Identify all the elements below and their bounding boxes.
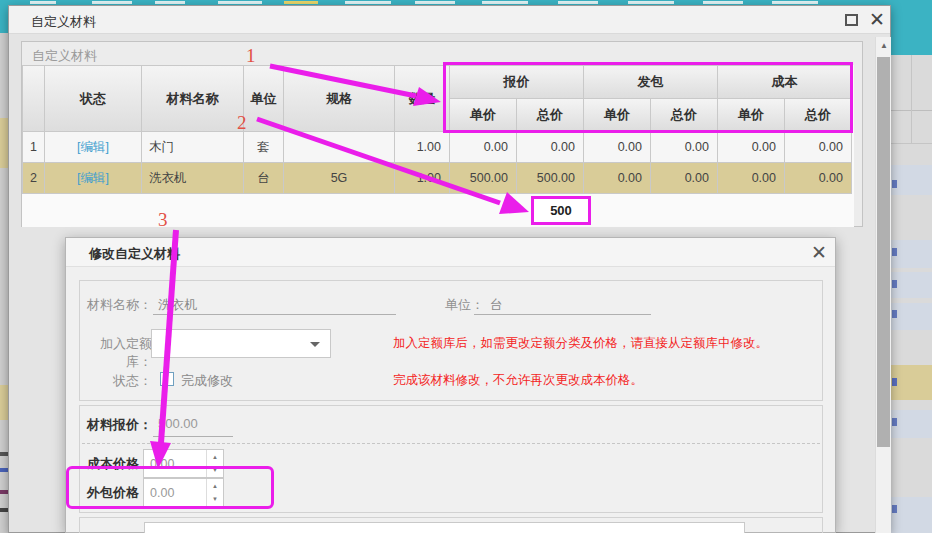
cell-quote-total: 500.00: [517, 163, 584, 194]
cell-status: [编辑]: [45, 132, 142, 163]
header-contract-total: 总价: [651, 99, 718, 132]
toolbar-fragment: [703, 1, 743, 4]
status-label: 状态：: [76, 372, 152, 390]
cell-spec: 5G: [284, 163, 395, 194]
cell-contract-unitprice: 0.00: [584, 163, 651, 194]
table-header: 状态 材料名称 单位 规格 数量 报价 单价 总价 发包: [23, 66, 852, 132]
header-name: 材料名称: [142, 66, 244, 132]
toolbar-fragment: [345, 1, 391, 4]
groupbox-label: 自定义材料: [32, 47, 97, 65]
table-row[interactable]: 1 [编辑] 木门 套 1.00 0.00 0.00 0.00 0.00 0.0…: [23, 132, 852, 163]
header-contract-unitprice: 单价: [584, 99, 651, 132]
header-unit: 单位: [244, 66, 284, 132]
dialog-titlebar[interactable]: 修改自定义材料: [66, 238, 835, 267]
header-quote-total: 总价: [517, 99, 584, 132]
material-name-input-underline[interactable]: [153, 314, 396, 315]
toolbar-fragment: [772, 1, 818, 4]
quota-hint: 加入定额库后，如需更改定额分类及价格，请直接从定额库中修改。: [393, 335, 768, 352]
quota-combobox[interactable]: [151, 329, 331, 358]
header-quote-unitprice: 单价: [450, 99, 517, 132]
background-left-strip: [0, 0, 8, 533]
header-contract: 发包: [584, 66, 718, 99]
cell-cost-unitprice: 0.00: [718, 163, 785, 194]
edit-link[interactable]: [编辑]: [77, 139, 109, 156]
spin-up-icon[interactable]: ▲: [207, 450, 223, 464]
edit-link[interactable]: [编辑]: [77, 170, 109, 187]
cell-contract-total: 0.00: [651, 163, 718, 194]
screen: 自定义材料 ✕ 自定义材料 状态 材料名称 单位 规格 数量 报价: [0, 0, 932, 533]
scroll-up-icon[interactable]: ▲: [876, 37, 892, 53]
header-group-cost: 成本 单价 总价: [718, 66, 852, 132]
material-name-label: 材料名称：: [86, 296, 152, 314]
vertical-scrollbar[interactable]: ▲: [875, 37, 891, 533]
spin-down-icon[interactable]: ▼: [207, 493, 223, 507]
cell-contract-total: 0.00: [651, 132, 718, 163]
header-cost-total: 总价: [785, 99, 852, 132]
outsource-price-value[interactable]: 0.00: [150, 486, 174, 500]
close-icon[interactable]: ✕: [869, 9, 885, 31]
toolbar-fragment: [30, 1, 56, 4]
toolbar-fragment: [92, 1, 132, 4]
scrollbar-thumb[interactable]: [877, 57, 890, 447]
done-checkbox[interactable]: [160, 372, 174, 386]
close-icon[interactable]: ✕: [811, 241, 827, 264]
cell-unit: 套: [244, 132, 284, 163]
cell-rownum: 1: [23, 132, 45, 163]
dialog-title: 修改自定义材料: [89, 245, 180, 263]
header-cost: 成本: [718, 66, 852, 99]
cell-name: 洗衣机: [142, 163, 244, 194]
cell-cost-total: 0.00: [785, 163, 852, 194]
header-cost-unitprice: 单价: [718, 99, 785, 132]
maximize-icon[interactable]: [845, 14, 858, 26]
status-hint: 完成该材料修改，不允许再次更改成本价格。: [393, 372, 643, 389]
unit-input-underline[interactable]: [474, 314, 651, 315]
spin-up-icon[interactable]: ▲: [207, 479, 223, 493]
toolbar-fragment: [628, 1, 674, 4]
cell-spec: [284, 132, 395, 163]
dialog-titlebar[interactable]: 自定义材料: [9, 6, 890, 34]
dialog-title: 自定义材料: [31, 13, 96, 31]
header-qty: 数量: [395, 66, 450, 132]
quote-price-value: 500.00: [158, 416, 198, 431]
spin-down-icon[interactable]: ▼: [207, 464, 223, 478]
cost-price-spinner[interactable]: 0.00 ▲▼: [143, 449, 224, 478]
header-status: 状态: [45, 66, 142, 132]
cell-cost-unitprice: 0.00: [718, 132, 785, 163]
cell-quote-unitprice: 0.00: [450, 132, 517, 163]
unit-value[interactable]: 台: [490, 296, 503, 314]
toolbar-fragment: [415, 1, 455, 4]
cell-rownum: 2: [23, 163, 45, 194]
quote-price-underline: [153, 436, 233, 437]
quote-price-label: 材料报价：: [84, 416, 152, 434]
toolbar-fragment: [482, 1, 528, 4]
header-group-contract: 发包 单价 总价: [584, 66, 718, 132]
cell-name: 木门: [142, 132, 244, 163]
cell-qty: 1.00: [395, 132, 450, 163]
toolbar-fragment: [284, 1, 318, 4]
cell-cost-total: 0.00: [785, 132, 852, 163]
toolbar-fragment: [155, 1, 185, 4]
cell-qty: 1.00: [395, 163, 450, 194]
background-right-strip: [891, 0, 932, 533]
cell-unit: 台: [244, 163, 284, 194]
header-quote: 报价: [450, 66, 584, 99]
unit-label: 单位：: [426, 296, 484, 314]
remark-textarea[interactable]: [144, 522, 745, 533]
header-rownum: [23, 66, 45, 132]
outsource-price-spinner[interactable]: 0.00 ▲▼: [143, 478, 224, 507]
edit-material-dialog: 修改自定义材料 ✕ 材料名称： 洗衣机 单位： 台 加入定额库： 加入定额库后，…: [65, 237, 836, 533]
cell-status: [编辑]: [45, 163, 142, 194]
header-group-quote: 报价 单价 总价: [450, 66, 584, 132]
chevron-down-icon: [310, 342, 320, 347]
cell-quote-total: 0.00: [517, 132, 584, 163]
toolbar-fragment: [218, 1, 262, 4]
toolbar-fragment: [558, 1, 598, 4]
cost-price-value[interactable]: 0.00: [150, 457, 174, 471]
cell-contract-unitprice: 0.00: [584, 132, 651, 163]
material-table-area: 状态 材料名称 单位 规格 数量 报价 单价 总价 发包: [22, 65, 854, 227]
cell-quote-unitprice: 500.00: [450, 163, 517, 194]
header-spec: 规格: [284, 66, 395, 132]
material-name-value[interactable]: 洗衣机: [158, 296, 197, 314]
table-row-selected[interactable]: 2 [编辑] 洗衣机 台 5G 1.00 500.00 500.00 0.00 …: [23, 163, 852, 194]
done-checkbox-label: 完成修改: [181, 372, 233, 390]
